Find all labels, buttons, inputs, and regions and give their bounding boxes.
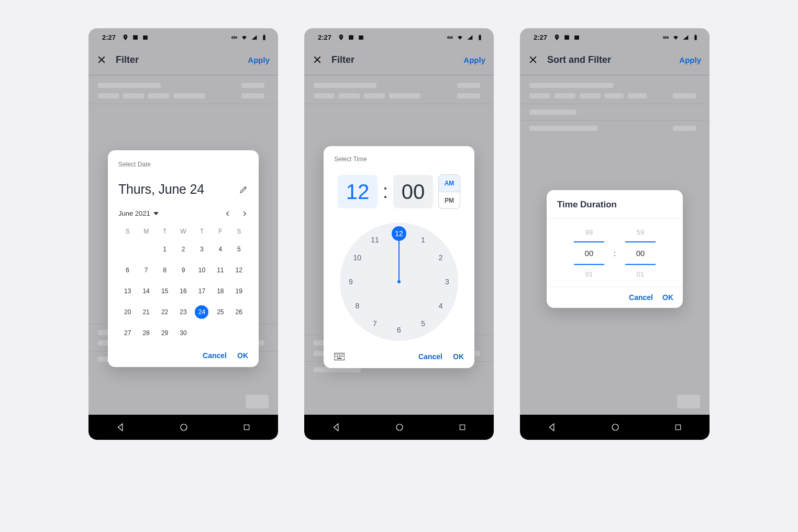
- calendar-day[interactable]: 6: [121, 263, 135, 277]
- status-time: 2:27: [102, 34, 116, 41]
- clock-number[interactable]: 7: [368, 316, 382, 331]
- clock-number[interactable]: 11: [368, 232, 382, 247]
- calendar-day[interactable]: 20: [121, 305, 135, 319]
- calendar-day[interactable]: 27: [121, 326, 135, 340]
- calendar-day[interactable]: 28: [139, 326, 153, 340]
- appbar-title: Filter: [116, 54, 248, 65]
- nav-recent-icon[interactable]: [242, 423, 251, 431]
- svg-rect-9: [342, 354, 343, 356]
- clock-number[interactable]: 8: [350, 298, 364, 313]
- calendar-day[interactable]: 3: [195, 242, 208, 256]
- clock-number[interactable]: 3: [440, 274, 455, 289]
- nav-home-icon[interactable]: [611, 423, 620, 432]
- calendar-day[interactable]: 2: [176, 242, 190, 256]
- vibrate-icon: [662, 34, 669, 41]
- clock-number[interactable]: 12: [392, 226, 406, 241]
- nav-back-icon[interactable]: [116, 423, 125, 432]
- phone-date-picker: 2:27 Filter Apply: [88, 28, 278, 440]
- chevron-left-icon[interactable]: [224, 210, 231, 217]
- calendar-day[interactable]: 5: [232, 242, 246, 256]
- cancel-button[interactable]: Cancel: [629, 293, 653, 302]
- ok-button[interactable]: OK: [453, 352, 464, 361]
- ok-button[interactable]: OK: [237, 351, 248, 360]
- nav-back-icon[interactable]: [547, 423, 557, 432]
- calendar-day[interactable]: 22: [158, 305, 172, 319]
- nav-recent-icon[interactable]: [458, 423, 467, 431]
- clock-number[interactable]: 2: [434, 250, 448, 265]
- calendar-day[interactable]: 25: [214, 305, 227, 319]
- close-button[interactable]: [527, 54, 539, 65]
- cancel-button[interactable]: Cancel: [203, 351, 227, 360]
- close-button[interactable]: [312, 54, 323, 65]
- calendar-day[interactable]: 12: [232, 263, 246, 277]
- apply-button[interactable]: Apply: [679, 56, 701, 64]
- hours-wheel[interactable]: 99 00 01: [574, 228, 604, 278]
- svg-rect-12: [339, 356, 340, 357]
- svg-rect-5: [336, 354, 337, 356]
- svg-rect-6: [337, 354, 338, 356]
- calendar-day[interactable]: 15: [158, 284, 172, 298]
- chevron-right-icon[interactable]: [241, 210, 248, 217]
- svg-rect-7: [339, 354, 340, 356]
- nav-recent-icon[interactable]: [674, 423, 682, 431]
- calendar-day[interactable]: 18: [214, 284, 227, 298]
- calendar-day[interactable]: 10: [195, 263, 208, 277]
- calendar-day[interactable]: 14: [139, 284, 153, 298]
- calendar-day[interactable]: 29: [158, 326, 172, 340]
- close-button[interactable]: [96, 54, 107, 65]
- calendar-weekday: T: [193, 228, 211, 235]
- status-time: 2:27: [534, 34, 547, 41]
- nav-back-icon[interactable]: [331, 423, 341, 432]
- pencil-icon[interactable]: [239, 185, 248, 194]
- month-label: June 2021: [118, 209, 150, 217]
- time-label: Select Time: [334, 156, 464, 163]
- clock-number[interactable]: 6: [392, 323, 406, 337]
- calendar-day[interactable]: 21: [139, 305, 153, 319]
- calendar-day[interactable]: 8: [158, 263, 172, 277]
- ok-button[interactable]: OK: [662, 293, 673, 302]
- calendar-day[interactable]: 30: [176, 326, 190, 340]
- calendar-weekday: T: [156, 228, 174, 235]
- pm-button[interactable]: PM: [439, 192, 460, 208]
- clock-number[interactable]: 9: [343, 274, 358, 289]
- location-icon: [338, 34, 345, 41]
- calendar-grid: SMTWTFS123456789101112131415161718192021…: [118, 228, 248, 340]
- minute-input[interactable]: 00: [393, 175, 433, 208]
- app-bar: Filter Apply: [304, 45, 494, 75]
- calendar-day[interactable]: 13: [121, 284, 135, 298]
- signal-icon: [682, 34, 689, 41]
- clock-number[interactable]: 5: [416, 316, 430, 331]
- nav-home-icon[interactable]: [395, 423, 404, 432]
- calendar-day[interactable]: 4: [214, 242, 227, 256]
- clock-face[interactable]: 121234567891011: [340, 223, 458, 341]
- duration-body: 99 00 01 : 59 00 01: [547, 219, 683, 286]
- clock-number[interactable]: 1: [416, 232, 430, 247]
- cancel-button[interactable]: Cancel: [418, 352, 442, 361]
- calendar-day[interactable]: 9: [176, 263, 190, 277]
- month-selector[interactable]: June 2021: [118, 209, 159, 217]
- hour-input[interactable]: 12: [338, 175, 378, 208]
- skeleton-button: [246, 395, 269, 408]
- signal-icon: [467, 34, 473, 41]
- calendar-day[interactable]: 26: [232, 305, 246, 319]
- date-picker-modal: Select Date Thurs, June 24 June 2021 SMT…: [108, 150, 259, 367]
- am-button[interactable]: AM: [439, 175, 460, 192]
- battery-icon: [692, 34, 699, 41]
- calendar-day[interactable]: 17: [195, 284, 208, 298]
- apply-button[interactable]: Apply: [248, 56, 270, 64]
- calendar-day[interactable]: 19: [232, 284, 246, 298]
- calendar-day[interactable]: 7: [139, 263, 153, 277]
- keyboard-icon[interactable]: [334, 353, 345, 360]
- calendar-day[interactable]: 11: [214, 263, 227, 277]
- calendar-day[interactable]: 1: [158, 242, 172, 256]
- clock-number[interactable]: 4: [434, 298, 448, 313]
- apply-button[interactable]: Apply: [463, 56, 485, 64]
- calendar-day[interactable]: 24: [195, 305, 208, 319]
- calendar-day[interactable]: 16: [176, 284, 190, 298]
- calendar-weekday: S: [230, 228, 248, 235]
- clock-number[interactable]: 10: [350, 250, 364, 265]
- clock-pivot: [397, 280, 401, 283]
- calendar-day[interactable]: 23: [176, 305, 190, 319]
- minutes-wheel[interactable]: 59 00 01: [625, 228, 656, 278]
- nav-home-icon[interactable]: [179, 423, 189, 432]
